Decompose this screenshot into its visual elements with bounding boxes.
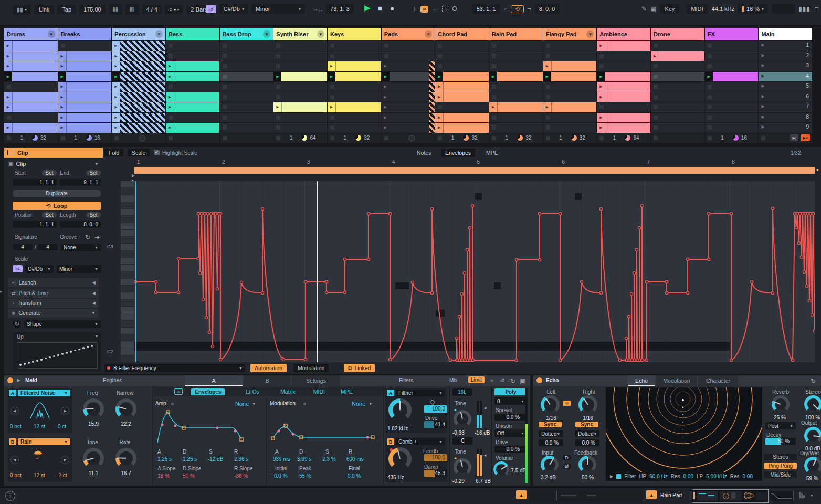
clip-slot[interactable] [166, 41, 219, 51]
clip-slot[interactable] [489, 61, 543, 71]
clip-launch-button[interactable]: ▶ [4, 92, 13, 102]
echo-info-play-icon[interactable]: ▶ [610, 474, 613, 479]
amp-d-slope[interactable]: 50 % [183, 473, 195, 479]
track-header-fx[interactable]: FX [705, 28, 759, 40]
punch-out-icon[interactable]: ¬ [528, 5, 531, 13]
echo-phase-button[interactable]: Ø [563, 464, 571, 469]
clip-launch-button[interactable]: ▶ [58, 82, 67, 92]
reverb-knob[interactable] [772, 395, 790, 413]
clip-slot[interactable]: ▶ [4, 41, 58, 51]
position-set-button[interactable]: Set [42, 212, 57, 218]
clip-launch-button[interactable]: ▶ [435, 92, 444, 102]
randomize-icon[interactable]: ↻ [510, 377, 515, 385]
clip-slot[interactable]: ▶ [58, 51, 112, 61]
loop-button[interactable]: ⟲Loop [13, 202, 101, 210]
filter-a-freq-knob[interactable] [388, 398, 412, 422]
start-set-button[interactable]: Set [42, 170, 57, 176]
clip-launch-button[interactable]: ▶ [166, 72, 174, 82]
clip-slot[interactable]: ▶ [112, 113, 165, 123]
clip-playing-button[interactable]: ▶ [435, 72, 443, 82]
clip-slot[interactable] [543, 113, 597, 123]
mode-ping-pong-button[interactable]: Ping Pong [764, 463, 797, 469]
clip-launch-button[interactable]: ▶ [166, 61, 174, 71]
mix-b-pan[interactable]: C [452, 437, 472, 445]
track-status-drone[interactable] [651, 133, 704, 143]
groove-commit-icon[interactable]: ➔ [94, 234, 100, 241]
link-button[interactable]: Link [34, 5, 54, 14]
clip-slot[interactable] [489, 113, 543, 123]
clip-slot[interactable]: ▶ [382, 102, 435, 112]
clip-playing-button[interactable]: ▶ [328, 72, 335, 82]
clip-slot[interactable] [220, 123, 273, 133]
scene-4[interactable]: ▶4 [759, 72, 812, 82]
track-status-pads[interactable] [382, 133, 435, 143]
tab-notes[interactable]: Notes [413, 149, 435, 157]
mod-decay[interactable]: 3.69 s [297, 456, 311, 462]
echo-right-offset[interactable]: 0.0 % [575, 439, 599, 446]
scale-root-menu[interactable]: C#/Db▾ [219, 4, 248, 14]
clip-slot[interactable] [273, 82, 327, 92]
clip-launch-button[interactable]: ▶ [112, 41, 120, 51]
mix-a-tone-value[interactable]: -0.33 [452, 430, 465, 436]
clip-view-toggle[interactable]: ▲ [516, 490, 527, 499]
clip-slot[interactable]: ▶ [112, 123, 165, 133]
mod-env-target-menu[interactable]: None▼ [352, 401, 372, 407]
engine-a-next-icon[interactable]: ▶ [61, 407, 69, 415]
clip-playing-button[interactable]: ▶ [4, 72, 12, 82]
clip-slot[interactable] [651, 82, 704, 92]
clip-slot[interactable] [220, 92, 273, 102]
track-header-chord-pad[interactable]: Chord Pad [435, 28, 489, 40]
clip-slot[interactable]: ▶ [112, 82, 165, 92]
output-levels-icon[interactable] [799, 492, 805, 498]
filter-b-type-menu[interactable]: Comb +▼ [396, 438, 445, 445]
levels-menu-icon[interactable]: ▾ [811, 493, 813, 498]
mod-attack[interactable]: 939 ms [273, 456, 290, 462]
clip-launch-button[interactable]: ▶ [112, 102, 120, 112]
clip-slot[interactable]: ▶ [651, 51, 704, 61]
clip-slot[interactable] [543, 51, 597, 61]
clip-launch-button[interactable]: ▶ [4, 61, 13, 71]
clip-slot[interactable]: ▶ [58, 102, 112, 112]
automation-tab[interactable]: Automation [250, 364, 287, 372]
loop-end-marker[interactable]: ◄ [815, 167, 819, 172]
filter-a-q-slider[interactable]: 100.0 [424, 405, 447, 413]
scale-name-menu[interactable]: Minor▾ [251, 4, 305, 14]
clip-playing-button[interactable]: ▶ [273, 72, 281, 82]
clip-slot[interactable]: ▶ [597, 113, 650, 123]
clip-launch-button[interactable]: ▶ [112, 51, 120, 61]
group-slot-play[interactable]: ▶ [382, 61, 390, 71]
spread-slider[interactable]: 0.0 % [494, 414, 527, 421]
clip-launch-button[interactable]: ▶ [58, 113, 67, 123]
narrow-knob[interactable] [115, 398, 136, 419]
scale-fold-button[interactable]: Scale [128, 149, 150, 156]
clip-slot[interactable] [543, 41, 597, 51]
reverb-position-menu[interactable]: Post▼ [765, 422, 796, 429]
filter-b-feedback-slider[interactable]: 100.0 [424, 454, 447, 461]
rate-knob[interactable] [115, 448, 136, 469]
clip-slot[interactable]: ▶ [382, 92, 435, 102]
group-slot-play[interactable]: ▶ [382, 102, 390, 112]
shape-refresh-icon[interactable]: ↻ [13, 320, 21, 328]
clip-slot[interactable] [273, 41, 327, 51]
back-to-arrangement-icon[interactable]: ← [432, 5, 438, 13]
clip-launch-button[interactable]: ▶ [58, 102, 67, 112]
track-header-keys[interactable]: Keys [328, 28, 381, 40]
tab-engine-b[interactable]: B [244, 375, 291, 386]
tab-engine-a[interactable]: A [185, 375, 243, 386]
clip-slot[interactable] [166, 113, 219, 123]
clip-slot[interactable] [273, 123, 327, 133]
mod-final[interactable]: 0.0 % [348, 473, 361, 479]
engine-b-next-icon[interactable]: ▶ [61, 456, 69, 464]
device-on-toggle[interactable] [7, 377, 13, 383]
tab-envelopes[interactable]: Envelopes [441, 149, 475, 157]
section-launch[interactable]: ‣|Launch◀ [8, 278, 99, 287]
length-field[interactable]: 8. 0. 0 [60, 221, 101, 228]
signature-numerator-field[interactable]: 4 [13, 244, 33, 250]
mod-initial[interactable]: 0.0 % [274, 473, 288, 479]
volume-knob[interactable] [493, 461, 509, 477]
filter-a-freq-value[interactable]: 1.82 kHz [387, 426, 408, 432]
poly-drive-slider[interactable]: 0.0 % [494, 446, 527, 453]
clip-slot[interactable]: ▶ [435, 72, 489, 82]
clip-slot[interactable] [166, 51, 219, 61]
clip-playing-button[interactable]: ▶ [58, 72, 66, 82]
